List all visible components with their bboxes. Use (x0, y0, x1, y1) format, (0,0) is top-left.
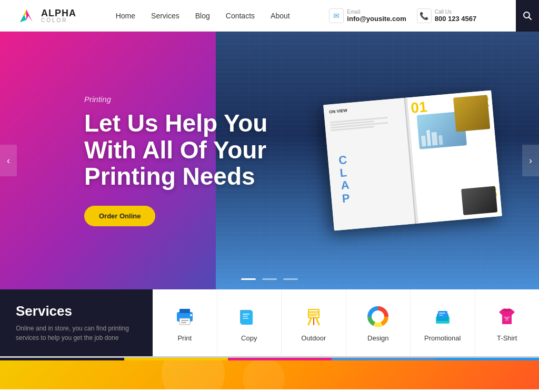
service-copy-label: Copy (241, 334, 257, 342)
carousel-dot-2[interactable] (262, 278, 277, 280)
promo-icon (431, 305, 455, 329)
print-icon (173, 305, 197, 329)
carousel-dot-1[interactable] (241, 278, 256, 280)
service-tshirt-label: T-Shirt (497, 334, 517, 342)
svg-line-22 (308, 318, 311, 325)
services-description: Online and in store, you can find printi… (16, 324, 137, 343)
services-section: Services Online and in store, you can fi… (0, 289, 539, 358)
svg-point-10 (190, 314, 192, 316)
logo[interactable]: ALPHA COLOR (16, 5, 76, 26)
nav-about[interactable]: About (271, 12, 290, 20)
carousel-dots (241, 278, 298, 280)
main-nav: Home Services Blog Contacts About (116, 12, 290, 20)
magazine-mockup: ON VIEW CLAP 01 02 03 (323, 91, 502, 231)
service-promotional-label: Promotional (424, 334, 461, 342)
email-icon: ✉ (329, 8, 344, 23)
services-title: Services (16, 303, 137, 319)
order-online-button[interactable]: Order Online (84, 206, 155, 226)
design-icon-wrapper (365, 304, 391, 330)
service-outdoor[interactable]: Outdoor (282, 289, 346, 356)
svg-rect-30 (439, 313, 445, 314)
carousel-dot-3[interactable] (283, 278, 298, 280)
hero-section: Printing Let Us Help You With All Of You… (0, 32, 539, 289)
service-print[interactable]: Print (153, 289, 217, 356)
service-tshirt[interactable]: T-Shirt (475, 289, 540, 356)
service-design[interactable]: Design (346, 289, 411, 356)
nav-home[interactable]: Home (116, 12, 135, 20)
svg-point-36 (507, 320, 509, 321)
mag-image-3 (461, 186, 497, 215)
logo-icon (16, 5, 37, 26)
svg-rect-16 (243, 318, 248, 319)
phone-contact: 📞 Call Us 800 123 4567 (417, 8, 477, 23)
search-button[interactable] (516, 0, 539, 32)
svg-point-35 (505, 320, 507, 321)
tshirt-icon (495, 305, 519, 329)
hero-subtitle: Printing (84, 95, 295, 104)
copy-icon (237, 305, 261, 329)
header-contact: ✉ Email info@yousite.com 📞 Call Us 800 1… (329, 8, 476, 23)
logo-text: ALPHA COLOR (41, 8, 76, 23)
design-icon (366, 305, 390, 329)
email-contact: ✉ Email info@yousite.com (329, 8, 406, 23)
carousel-prev-button[interactable]: ‹ (0, 145, 17, 176)
svg-rect-31 (439, 315, 443, 316)
svg-rect-6 (179, 309, 190, 313)
service-outdoor-label: Outdoor (301, 334, 326, 342)
nav-blog[interactable]: Blog (195, 12, 210, 20)
svg-point-33 (504, 316, 506, 318)
search-icon (523, 11, 532, 21)
svg-rect-15 (243, 316, 248, 317)
bottom-teaser (0, 360, 539, 389)
svg-line-4 (528, 17, 531, 19)
svg-rect-7 (179, 318, 190, 325)
outdoor-icon-wrapper (301, 304, 327, 330)
svg-point-26 (374, 313, 382, 320)
phone-icon: 📞 (417, 8, 432, 23)
service-promotional[interactable]: Promotional (411, 289, 475, 356)
copy-icon-wrapper (236, 304, 262, 330)
service-copy[interactable]: Copy (217, 289, 282, 356)
hero-title: Let Us Help You With All Of Your Printin… (84, 110, 295, 190)
services-title-panel: Services Online and in store, you can fi… (0, 289, 153, 356)
header: ALPHA COLOR Home Services Blog Contacts … (0, 0, 539, 32)
magazine-label: ON VIEW (329, 103, 402, 114)
services-icons: Print Copy (153, 289, 539, 356)
carousel-next-button[interactable]: › (522, 145, 539, 176)
print-icon-wrapper (172, 304, 198, 330)
nav-services[interactable]: Services (151, 12, 179, 20)
nav-contacts[interactable]: Contacts (226, 12, 255, 20)
svg-rect-8 (181, 320, 188, 321)
svg-line-23 (316, 318, 319, 325)
service-design-label: Design (367, 334, 388, 342)
svg-rect-9 (181, 322, 186, 323)
svg-marker-1 (26, 9, 33, 22)
tshirt-icon-wrapper (494, 304, 520, 330)
service-print-label: Print (177, 334, 192, 342)
outdoor-icon (302, 305, 326, 329)
mag-num-01: 01 (410, 98, 428, 117)
hero-content: Printing Let Us Help You With All Of You… (0, 95, 295, 226)
mag-image-2 (453, 95, 490, 132)
svg-rect-14 (243, 314, 249, 315)
promo-icon-wrapper (430, 304, 456, 330)
svg-point-34 (508, 316, 510, 318)
svg-rect-18 (309, 310, 318, 317)
